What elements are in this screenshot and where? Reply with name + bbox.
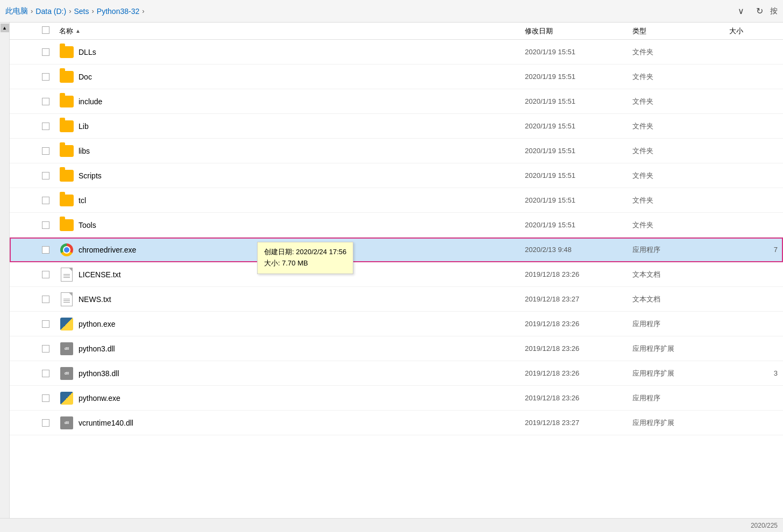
dll-icon: dll — [59, 341, 74, 356]
file-type: 文件夹 — [632, 47, 729, 57]
col-header-size[interactable]: 大小 — [729, 26, 783, 36]
breadcrumb-sets[interactable]: Sets — [74, 7, 89, 16]
file-name: Scripts — [79, 171, 525, 180]
sort-arrow: ▲ — [75, 28, 81, 34]
table-row[interactable]: NEWS.txt 2019/12/18 23:27 文本文档 — [10, 287, 783, 312]
table-row[interactable]: include 2020/1/19 15:51 文件夹 — [10, 89, 783, 114]
folder-icon — [59, 69, 74, 84]
file-date: 2019/12/18 23:26 — [525, 320, 632, 328]
breadcrumb[interactable]: 此电脑 › Data (D:) › Sets › Python38-32 › — [5, 6, 730, 16]
status-text: 2020/225 — [751, 522, 778, 529]
row-checkbox[interactable] — [42, 246, 55, 254]
folder-icon — [59, 143, 74, 159]
file-name: vcruntime140.dll — [79, 419, 525, 427]
dll-icon: dll — [59, 415, 74, 430]
file-type: 应用程序扩展 — [632, 418, 729, 428]
row-checkbox[interactable] — [42, 197, 55, 204]
row-checkbox[interactable] — [42, 172, 55, 179]
file-date: 2020/1/19 15:51 — [525, 147, 632, 155]
file-date: 2020/1/19 15:51 — [525, 73, 632, 81]
row-checkbox[interactable] — [42, 370, 55, 377]
row-checkbox[interactable] — [42, 419, 55, 427]
file-date: 2020/1/19 15:51 — [525, 221, 632, 229]
col-header-date[interactable]: 修改日期 — [525, 26, 632, 36]
sep-2: › — [69, 7, 71, 15]
file-name: Tools — [79, 221, 525, 229]
chrome-icon — [59, 242, 74, 257]
table-row[interactable]: dll python3.dll 2019/12/18 23:26 应用程序扩展 — [10, 336, 783, 361]
file-size: 3 — [729, 369, 783, 377]
dropdown-btn[interactable]: ∨ — [734, 4, 749, 19]
folder-icon — [59, 193, 74, 208]
file-type: 文件夹 — [632, 121, 729, 131]
row-checkbox[interactable] — [42, 345, 55, 353]
row-checkbox[interactable] — [42, 394, 55, 402]
tooltip-created: 创建日期: 2020/2/24 17:56 — [264, 247, 346, 258]
row-checkbox[interactable] — [42, 123, 55, 130]
table-row[interactable]: Doc 2020/1/19 15:51 文件夹 — [10, 64, 783, 89]
header-cb[interactable] — [42, 26, 49, 34]
breadcrumb-python[interactable]: Python38-32 — [97, 7, 139, 16]
tooltip-size: 大小: 7.70 MB — [264, 258, 346, 269]
file-tooltip: 创建日期: 2020/2/24 17:56 大小: 7.70 MB — [257, 242, 353, 274]
status-bar: 2020/225 — [0, 518, 783, 532]
file-type: 文件夹 — [632, 196, 729, 205]
scroll-up-btn[interactable]: ▲ — [1, 24, 9, 32]
table-row[interactable]: LICENSE.txt 2019/12/18 23:26 文本文档 — [10, 262, 783, 287]
table-row[interactable]: libs 2020/1/19 15:51 文件夹 — [10, 139, 783, 163]
folder-icon — [59, 119, 74, 134]
file-name: NEWS.txt — [79, 295, 525, 304]
file-name: DLLs — [79, 48, 525, 56]
table-row[interactable]: pythonw.exe 2019/12/18 23:26 应用程序 — [10, 386, 783, 411]
file-name: tcl — [79, 196, 525, 205]
sep-4: › — [142, 7, 144, 15]
column-headers: 名称 ▲ 修改日期 类型 大小 — [10, 23, 783, 40]
addr-buttons: ∨ ↻ 按 — [734, 4, 778, 19]
row-checkbox[interactable] — [42, 98, 55, 105]
file-name: pythonw.exe — [79, 394, 525, 402]
table-row[interactable]: tcl 2020/1/19 15:51 文件夹 — [10, 188, 783, 213]
file-type: 文件夹 — [632, 72, 729, 82]
table-row[interactable]: Lib 2020/1/19 15:51 文件夹 — [10, 114, 783, 139]
file-name: Doc — [79, 73, 525, 81]
row-checkbox[interactable] — [42, 320, 55, 328]
file-list: 名称 ▲ 修改日期 类型 大小 DLLs 2020/1/19 15:51 文件夹 — [10, 23, 783, 518]
table-row[interactable]: chromedriver.exe 2020/2/13 9:48 应用程序 7 创… — [10, 238, 783, 262]
file-name: libs — [79, 147, 525, 155]
row-checkbox[interactable] — [42, 73, 55, 81]
table-row[interactable]: Scripts 2020/1/19 15:51 文件夹 — [10, 163, 783, 188]
table-row[interactable]: DLLs 2020/1/19 15:51 文件夹 — [10, 40, 783, 64]
table-row[interactable]: dll vcruntime140.dll 2019/12/18 23:27 应用… — [10, 411, 783, 435]
file-date: 2020/2/13 9:48 — [525, 246, 632, 254]
breadcrumb-computer[interactable]: 此电脑 — [5, 6, 28, 16]
sep-1: › — [31, 7, 33, 15]
row-checkbox[interactable] — [42, 271, 55, 278]
address-bar: 此电脑 › Data (D:) › Sets › Python38-32 › ∨… — [0, 0, 783, 23]
file-type: 应用程序扩展 — [632, 344, 729, 354]
file-date: 2020/1/19 15:51 — [525, 171, 632, 179]
row-checkbox[interactable] — [42, 221, 55, 229]
left-scroll[interactable]: ▲ — [0, 23, 10, 518]
dll-icon: dll — [59, 366, 74, 381]
file-size: 7 — [729, 246, 783, 254]
col-header-name[interactable]: 名称 ▲ — [59, 26, 525, 36]
table-row[interactable]: Tools 2020/1/19 15:51 文件夹 — [10, 213, 783, 238]
file-type: 文本文档 — [632, 270, 729, 279]
txt-icon — [59, 267, 74, 282]
file-date: 2020/1/19 15:51 — [525, 122, 632, 130]
file-date: 2019/12/18 23:26 — [525, 270, 632, 278]
col-header-type[interactable]: 类型 — [632, 26, 729, 36]
row-checkbox[interactable] — [42, 48, 55, 56]
table-row[interactable]: dll python38.dll 2019/12/18 23:26 应用程序扩展… — [10, 361, 783, 386]
file-date: 2019/12/18 23:26 — [525, 394, 632, 402]
refresh-btn[interactable]: ↻ — [752, 4, 767, 19]
file-type: 应用程序 — [632, 393, 729, 403]
file-date: 2019/12/18 23:26 — [525, 344, 632, 353]
table-row[interactable]: python.exe 2019/12/18 23:26 应用程序 — [10, 312, 783, 336]
row-checkbox[interactable] — [42, 296, 55, 303]
file-date: 2020/1/19 15:51 — [525, 196, 632, 204]
file-type: 文件夹 — [632, 97, 729, 106]
row-checkbox[interactable] — [42, 147, 55, 155]
breadcrumb-drive[interactable]: Data (D:) — [35, 7, 66, 16]
file-date: 2020/1/19 15:51 — [525, 97, 632, 105]
